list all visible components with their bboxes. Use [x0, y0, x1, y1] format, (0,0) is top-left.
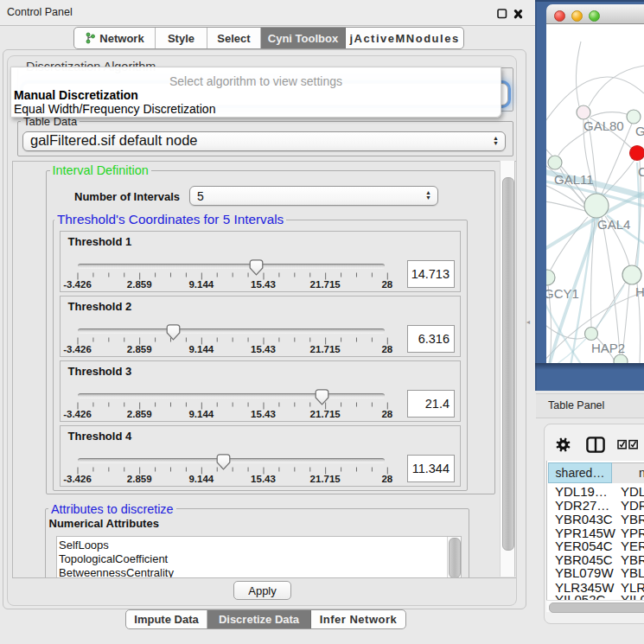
svg-text:GAL4: GAL4	[597, 217, 630, 232]
svg-text:GAL80: GAL80	[583, 118, 624, 133]
svg-text:C: C	[638, 164, 644, 179]
svg-text:H: H	[635, 284, 644, 299]
svg-text:G.: G.	[635, 124, 644, 138]
svg-text:HAP2: HAP2	[591, 341, 625, 355]
svg-text:GCY1: GCY1	[546, 286, 579, 301]
svg-text:GAL11: GAL11	[554, 172, 594, 187]
